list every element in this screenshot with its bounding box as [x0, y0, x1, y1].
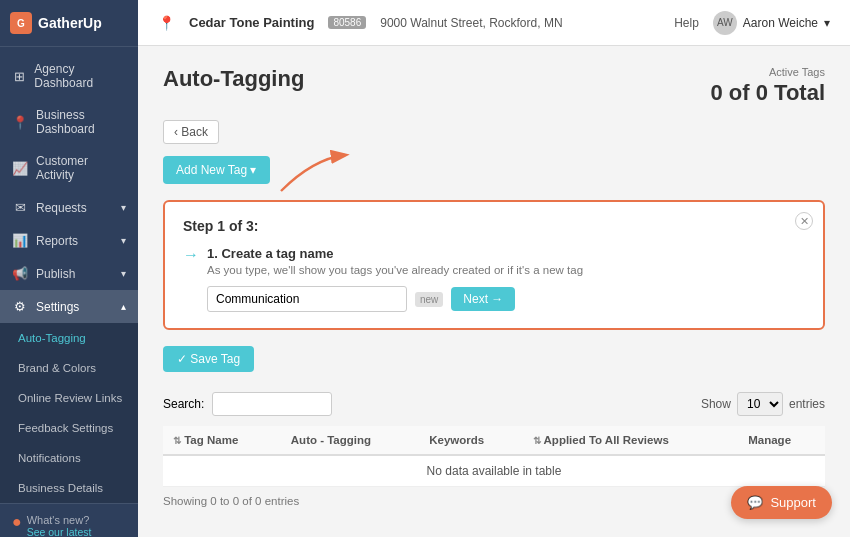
sidebar-item-customer-activity[interactable]: 📈 Customer Activity [0, 145, 138, 191]
chevron-icon: ▾ [121, 235, 126, 246]
sidebar-item-online-review-links[interactable]: Online Review Links [0, 383, 138, 413]
logo[interactable]: G GatherUp [0, 0, 138, 47]
sub-nav-label: Business Details [18, 482, 103, 494]
sidebar-item-label: Settings [36, 300, 79, 314]
sub-nav-label: Feedback Settings [18, 422, 113, 434]
sub-nav-label: Auto-Tagging [18, 332, 86, 344]
sort-icon: ⇅ [533, 435, 541, 446]
sidebar-item-label: Reports [36, 234, 78, 248]
col-label: Applied To All Reviews [544, 434, 669, 446]
whats-new-link[interactable]: See our latest updates [27, 526, 92, 537]
sidebar-item-label: Requests [36, 201, 87, 215]
next-button[interactable]: Next → [451, 287, 515, 311]
col-label: Auto - Tagging [291, 434, 371, 446]
dot-icon: ● [12, 514, 22, 530]
new-badge: new [415, 292, 443, 307]
step-title: 1. Create a tag name [207, 246, 583, 261]
sidebar-item-reports[interactable]: 📊 Reports ▾ [0, 224, 138, 257]
topbar-right: Help AW Aaron Weiche ▾ [674, 11, 830, 35]
col-manage: Manage [738, 426, 825, 455]
sidebar-item-label: Publish [36, 267, 75, 281]
arrow-annotation [273, 148, 353, 198]
table-controls: Search: Show 10 25 50 entries [163, 392, 825, 416]
support-label: Support [770, 495, 816, 510]
support-button[interactable]: 💬 Support [731, 486, 832, 519]
show-entries-select[interactable]: 10 25 50 [737, 392, 783, 416]
sidebar-item-label: Customer Activity [36, 154, 126, 182]
user-chevron-icon: ▾ [824, 16, 830, 30]
show-entries-row: Show 10 25 50 entries [701, 392, 825, 416]
entries-label: entries [789, 397, 825, 411]
avatar: AW [713, 11, 737, 35]
no-data-cell: No data available in table [163, 455, 825, 487]
help-link[interactable]: Help [674, 16, 699, 30]
close-button[interactable]: ✕ [795, 212, 813, 230]
tag-name-input[interactable] [207, 286, 407, 312]
add-new-tag-button[interactable]: Add New Tag ▾ [163, 156, 270, 184]
chevron-icon: ▾ [121, 202, 126, 213]
publish-icon: 📢 [12, 266, 28, 281]
col-tag-name[interactable]: ⇅ Tag Name [163, 426, 281, 455]
sidebar-item-agency-dashboard[interactable]: ⊞ Agency Dashboard [0, 53, 138, 99]
whats-new-text: What's new? See our latest updates [27, 514, 126, 537]
active-tags-label: Active Tags [711, 66, 826, 78]
step-box: ✕ Step 1 of 3: → 1. Create a tag name As… [163, 200, 825, 330]
sidebar-item-notifications[interactable]: Notifications [0, 443, 138, 473]
show-label: Show [701, 397, 731, 411]
sidebar-item-settings[interactable]: ⚙ Settings ▴ [0, 290, 138, 323]
sidebar-bottom: ● What's new? See our latest updates [0, 503, 138, 537]
back-button[interactable]: ‹ Back [163, 120, 219, 144]
mail-icon: ✉ [12, 200, 28, 215]
settings-sub-nav: Auto-Tagging Brand & Colors Online Revie… [0, 323, 138, 503]
sub-nav-label: Online Review Links [18, 392, 122, 404]
sidebar-item-feedback-settings[interactable]: Feedback Settings [0, 413, 138, 443]
logo-icon: G [10, 12, 32, 34]
sidebar-item-brand-colors[interactable]: Brand & Colors [0, 353, 138, 383]
chevron-icon: ▾ [121, 268, 126, 279]
sidebar-item-label: Agency Dashboard [34, 62, 126, 90]
sort-icon: ⇅ [173, 435, 181, 446]
search-row: Search: [163, 392, 332, 416]
col-auto-tagging: Auto - Tagging [281, 426, 419, 455]
grid-icon: ⊞ [12, 69, 26, 84]
add-tag-area: Add New Tag ▾ [163, 156, 825, 184]
data-table: ⇅ Tag Name Auto - Tagging Keywords ⇅ App… [163, 426, 825, 487]
page-title: Auto-Tagging [163, 66, 304, 92]
sidebar-item-auto-tagging[interactable]: Auto-Tagging [0, 323, 138, 353]
step-label: Step 1 of 3: [183, 218, 805, 234]
bar-chart-icon: 📊 [12, 233, 28, 248]
user-name: Aaron Weiche [743, 16, 818, 30]
col-applied[interactable]: ⇅ Applied To All Reviews [523, 426, 738, 455]
col-label: Manage [748, 434, 791, 446]
business-address: 9000 Walnut Street, Rockford, MN [380, 16, 562, 30]
pin-icon: 📍 [12, 115, 28, 130]
nav-items: ⊞ Agency Dashboard 📍 Business Dashboard … [0, 47, 138, 503]
chevron-down-icon: ▴ [121, 301, 126, 312]
col-label: Tag Name [184, 434, 238, 446]
sub-nav-label: Brand & Colors [18, 362, 96, 374]
location-pin-icon: 📍 [158, 15, 175, 31]
whats-new-label: What's new? [27, 514, 126, 526]
user-menu[interactable]: AW Aaron Weiche ▾ [713, 11, 830, 35]
step-description: As you type, we'll show you tags you've … [207, 264, 583, 276]
sidebar-item-business-dashboard[interactable]: 📍 Business Dashboard [0, 99, 138, 145]
search-label: Search: [163, 397, 204, 411]
showing-entries-text: Showing 0 to 0 of 0 entries [163, 495, 299, 507]
main-area: 📍 Cedar Tone Painting 80586 9000 Walnut … [138, 0, 850, 537]
step-item: → 1. Create a tag name As you type, we'l… [183, 246, 805, 312]
sidebar: G GatherUp ⊞ Agency Dashboard 📍 Business… [0, 0, 138, 537]
logo-text: GatherUp [38, 15, 102, 31]
col-keywords: Keywords [419, 426, 523, 455]
topbar: 📍 Cedar Tone Painting 80586 9000 Walnut … [138, 0, 850, 46]
sidebar-item-publish[interactable]: 📢 Publish ▾ [0, 257, 138, 290]
business-id-badge: 80586 [328, 16, 366, 29]
sidebar-item-business-details[interactable]: Business Details [0, 473, 138, 503]
step-input-row: new Next → [207, 286, 583, 312]
support-icon: 💬 [747, 495, 763, 510]
sidebar-item-label: Business Dashboard [36, 108, 126, 136]
table-footer: Showing 0 to 0 of 0 entries [163, 495, 825, 507]
save-tag-button[interactable]: ✓ Save Tag [163, 346, 254, 372]
search-input[interactable] [212, 392, 332, 416]
sidebar-item-requests[interactable]: ✉ Requests ▾ [0, 191, 138, 224]
whats-new-section: ● What's new? See our latest updates [12, 514, 126, 537]
